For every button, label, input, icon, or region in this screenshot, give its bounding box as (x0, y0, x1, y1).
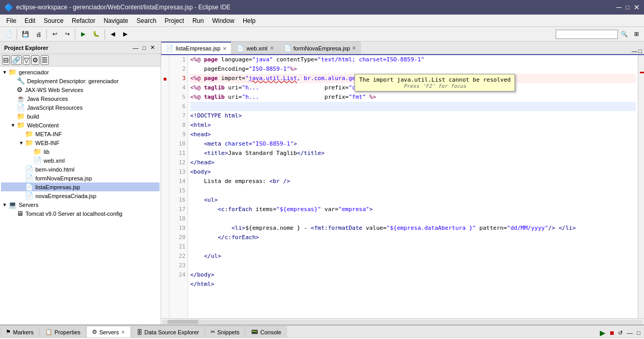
menu-run[interactable]: Run (188, 16, 208, 25)
save-button[interactable]: 💾 (19, 29, 32, 40)
tree-item-bemvindo[interactable]: 📄 bem-vindo.html (1, 165, 160, 174)
tree-item-novaempresacriada[interactable]: 📄 novaEmpresaCriada.jsp (1, 191, 160, 200)
maximize-button[interactable]: □ (626, 3, 629, 11)
sidebar-close-button[interactable]: ✕ (149, 44, 156, 51)
menu-window[interactable]: Window (208, 16, 239, 25)
tree-item-listaempresas[interactable]: 📄 listaEmpresas.jsp (1, 182, 160, 191)
link-editor-button[interactable]: 🔗 (11, 55, 22, 65)
prev-edit-button[interactable]: ◀ (107, 29, 119, 40)
tab-properties[interactable]: 📋 Properties (40, 326, 86, 337)
tree-item-gerenciador[interactable]: ▼ 📁 gerenciador (1, 68, 160, 76)
tree-item-lib[interactable]: 📁 lib (1, 147, 160, 156)
tree-toggle[interactable] (26, 148, 33, 155)
tree-item-java[interactable]: ☕ Java Resources (1, 94, 160, 103)
editor-maximize-button[interactable]: □ (638, 48, 642, 54)
tab-formnovaempresa[interactable]: 📄 formNovaEmpresa.jsp ✕ (279, 42, 361, 54)
menu-source[interactable]: Source (40, 16, 68, 25)
tree-item-tomcat-config[interactable]: 🖥 Tomcat v9.0 Server at localhost-config (1, 209, 160, 218)
code-line-12[interactable]: </head> (190, 158, 636, 167)
code-line-6[interactable] (190, 102, 636, 111)
tree-item-webcontent[interactable]: ▼ 📁 WebContent (1, 121, 160, 129)
tree-toggle[interactable] (18, 175, 25, 182)
tree-item-formnovaempresa[interactable]: 📄 formNovaEmpresa.jsp (1, 174, 160, 182)
sidebar-menu-button[interactable]: ☰ (41, 55, 49, 65)
menu-search[interactable]: Search (133, 16, 161, 25)
stop-server-button[interactable]: ■ (608, 328, 615, 337)
tab-listaempresas[interactable]: 📄 listaEmpresas.jsp ✕ (161, 42, 231, 54)
print-button[interactable]: 🖨 (33, 29, 44, 40)
start-server-button[interactable]: ▶ (598, 328, 607, 337)
close-button[interactable]: ✕ (634, 3, 640, 11)
filter-button[interactable]: ▽ (23, 55, 30, 65)
tab-console[interactable]: 📟 Console (245, 326, 287, 337)
horizontal-scrollbar[interactable] (161, 318, 644, 324)
tab-markers[interactable]: ⚑ Markers (0, 326, 40, 337)
tree-toggle[interactable]: ▼ (9, 122, 17, 129)
code-line-2[interactable]: pageEncoding="ISO-8859-1"%> (190, 64, 636, 74)
menu-help[interactable]: Help (239, 16, 260, 25)
menu-project[interactable]: Project (161, 16, 188, 25)
code-line-17[interactable]: <c:forEach items="${empresas}" var="empr… (190, 205, 636, 214)
code-line-18[interactable] (190, 214, 636, 224)
code-line-20[interactable]: </c:forEach> (190, 233, 636, 242)
servers-close-icon[interactable]: ✕ (121, 330, 125, 335)
tree-toggle[interactable] (9, 77, 17, 85)
code-line-21[interactable] (190, 242, 636, 252)
code-line-14[interactable]: Lista de empresas: <br /> (190, 177, 636, 186)
tree-item-servers[interactable]: ▼ 💻 Servers (1, 200, 160, 209)
search-input[interactable] (556, 30, 618, 39)
tree-toggle[interactable] (9, 95, 17, 102)
code-line-9[interactable]: <head> (190, 130, 636, 139)
next-edit-button[interactable]: ▶ (120, 29, 131, 40)
code-line-10[interactable]: <meta charset="ISO-8859-1"> (190, 139, 636, 149)
menu-refactor[interactable]: Refactor (68, 16, 99, 25)
tree-toggle[interactable] (9, 113, 17, 120)
tab-servers[interactable]: ⚙ Servers ✕ (86, 326, 131, 337)
code-area[interactable]: The import java.util.List cannot be reso… (188, 55, 638, 318)
debug-button[interactable]: 🐛 (90, 29, 102, 40)
tree-item-webinf[interactable]: ▼ 📁 WEB-INF (1, 138, 160, 147)
collapse-all-button[interactable]: ⊟ (2, 55, 10, 65)
redo-button[interactable]: ↪ (61, 29, 73, 40)
tree-toggle[interactable] (18, 166, 25, 173)
panel-minimize-button[interactable]: — (625, 329, 634, 336)
code-line-1[interactable]: <%@ page language="java" contentType="te… (190, 55, 636, 64)
code-line-15[interactable] (190, 186, 636, 195)
editor-minimize-button[interactable]: — (632, 48, 637, 54)
code-editor[interactable]: ● (161, 55, 644, 318)
code-line-7[interactable]: <!DOCTYPE html> (190, 111, 636, 121)
h-scroll-thumb[interactable] (167, 320, 199, 324)
tree-toggle[interactable] (9, 104, 17, 111)
tab-webxml[interactable]: 📄 web.xml ✕ (232, 42, 278, 54)
tree-item-build[interactable]: 📁 build (1, 112, 160, 121)
code-line-16[interactable]: <ul> (190, 195, 636, 205)
right-scrollbar[interactable] (638, 55, 644, 318)
menu-edit[interactable]: Edit (20, 16, 40, 25)
tree-toggle[interactable]: ▼ (1, 201, 8, 208)
code-line-25[interactable]: </html> (190, 280, 636, 289)
tree-toggle[interactable] (18, 184, 25, 191)
code-line-19[interactable]: <li>${empresa.nome } - <fmt:formatDate v… (190, 224, 636, 233)
sidebar-settings-button[interactable]: ⚙ (31, 55, 40, 65)
sidebar-minimize-button[interactable]: — (131, 44, 140, 51)
minimize-button[interactable]: ─ (616, 3, 622, 11)
tree-item-jaxws[interactable]: ⚙ JAX-WS Web Services (1, 85, 160, 94)
undo-button[interactable]: ↩ (49, 29, 60, 40)
restart-server-button[interactable]: ↺ (616, 329, 624, 337)
sidebar-maximize-button[interactable]: □ (141, 44, 148, 51)
search-button[interactable]: 🔍 (618, 29, 630, 40)
tree-item-webxml[interactable]: 📄 web.xml (1, 156, 160, 165)
tree-toggle[interactable]: ▼ (18, 139, 25, 147)
tree-toggle[interactable]: ▼ (1, 69, 8, 76)
tab-close-button[interactable]: ✕ (270, 45, 274, 51)
tree-item-deployment[interactable]: 🔧 Deployment Descriptor: gerenciador (1, 76, 160, 85)
tab-snippets[interactable]: ✂ Snippets (205, 326, 245, 337)
code-line-8[interactable]: <html> (190, 121, 636, 130)
panel-maximize-button[interactable]: □ (635, 329, 642, 336)
tab-datasource[interactable]: 🗄 Data Source Explorer (131, 326, 205, 337)
tab-close-button[interactable]: ✕ (222, 46, 227, 51)
new-button[interactable]: 📄 (2, 29, 15, 40)
code-line-13[interactable]: <body> (190, 167, 636, 177)
tree-toggle[interactable] (18, 131, 25, 138)
code-line-24[interactable]: </body> (190, 270, 636, 280)
